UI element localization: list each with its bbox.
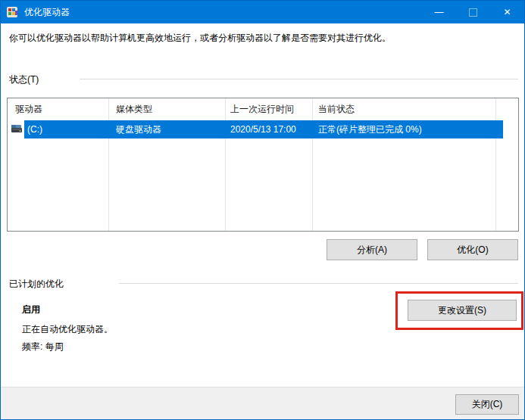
dialog-description: 你可以优化驱动器以帮助计算机更高效地运行，或者分析驱动器以了解是否需要对其进行优…: [9, 32, 517, 45]
status-group-line: [80, 79, 518, 79]
scheduled-group-label: 已计划的优化: [9, 278, 64, 291]
dialog-footer: [1, 387, 524, 420]
hard-drive-icon: [11, 123, 23, 135]
change-settings-button[interactable]: 更改设置(S): [408, 300, 517, 321]
optimize-button[interactable]: 优化(O): [427, 239, 518, 260]
defrag-app-icon: [7, 6, 19, 18]
close-button[interactable]: ✕: [490, 1, 524, 23]
drives-table[interactable]: 驱动器 媒体类型 上一次运行时间 当前状态 (C:) 硬盘驱动器 2020/5/…: [7, 98, 519, 232]
minimize-button[interactable]: —: [422, 1, 456, 23]
close-dialog-button[interactable]: 关闭(C): [455, 394, 519, 415]
scheduled-description: 正在自动优化驱动器。: [22, 323, 113, 336]
optimize-drives-dialog: 优化驱动器 — ✕ 你可以优化驱动器以帮助计算机更高效地运行，或者分析驱动器以了…: [0, 0, 525, 420]
column-header-media[interactable]: 媒体类型: [116, 98, 152, 120]
scheduled-status: 启用: [22, 303, 40, 316]
cell-current-status[interactable]: 正常(碎片整理已完成 0%): [318, 120, 422, 138]
column-divider: [108, 98, 109, 231]
maximize-button: [456, 1, 490, 23]
scheduled-group-line: [119, 283, 518, 284]
column-divider: [312, 98, 313, 231]
status-group-label: 状态(T): [9, 73, 39, 86]
maximize-icon: [469, 8, 477, 17]
column-divider: [495, 98, 496, 231]
title-bar: 优化驱动器 — ✕: [1, 1, 524, 23]
analyze-button[interactable]: 分析(A): [327, 239, 417, 260]
cell-last-run[interactable]: 2020/5/13 17:00: [230, 120, 296, 138]
scheduled-frequency: 频率: 每周: [22, 341, 64, 353]
column-header-drive[interactable]: 驱动器: [15, 98, 42, 120]
column-header-status[interactable]: 当前状态: [318, 98, 355, 120]
cell-drive[interactable]: (C:): [27, 120, 42, 138]
window-title: 优化驱动器: [24, 1, 70, 23]
column-divider: [225, 98, 226, 231]
cell-media-type[interactable]: 硬盘驱动器: [116, 120, 161, 138]
column-header-lastrun[interactable]: 上一次运行时间: [230, 98, 294, 120]
